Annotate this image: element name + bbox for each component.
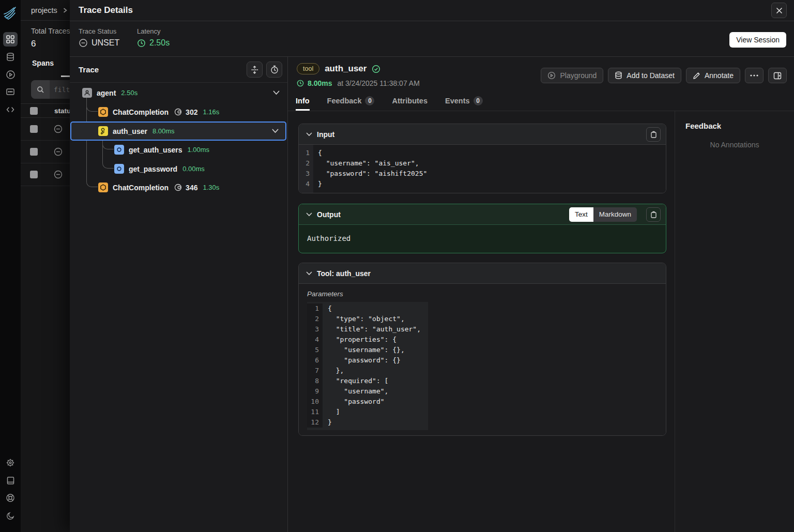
trace-tree-pane: Trace (70, 57, 288, 532)
status-bar: Trace Status UNSET Latency 2.50s View Se… (70, 21, 794, 57)
feedback-count-badge: 0 (365, 96, 374, 105)
rail-database-icon[interactable] (3, 50, 18, 64)
input-section-header: Input (299, 124, 666, 145)
rail-book-icon[interactable] (3, 473, 18, 488)
latency-group: Latency 2.50s (137, 27, 170, 48)
filter-input[interactable] (50, 86, 70, 94)
llm-icon (98, 183, 108, 192)
chain-icon (114, 164, 124, 174)
latency-label: Latency (137, 27, 170, 35)
toggle-text-option[interactable]: Text (569, 207, 593, 222)
tree-row-chatcompletion-2[interactable]: ChatCompletion 346 1.30s (70, 178, 286, 197)
input-section-title: Input (317, 130, 642, 139)
tab-spans[interactable]: Spans (32, 59, 54, 67)
select-all-checkbox[interactable] (30, 107, 38, 115)
tab-feedback[interactable]: Feedback0 (327, 96, 375, 111)
total-traces-value: 6 (31, 39, 36, 49)
input-section: Input 1{ 2 "username": "ais_user", 3 "pa… (298, 124, 666, 193)
span-latency: 8.00ms (152, 127, 175, 135)
span-name: ChatCompletion (113, 108, 169, 116)
copy-input-button[interactable] (646, 127, 661, 142)
token-count: 302 (174, 108, 197, 116)
play-circle-icon (547, 71, 556, 80)
row-checkbox[interactable] (30, 148, 38, 156)
tab-events[interactable]: Events0 (445, 96, 483, 111)
status-column-header: status (54, 107, 70, 115)
span-title: auth_user (325, 64, 367, 74)
tab-info[interactable]: Info (296, 96, 310, 111)
playground-button[interactable]: Playground (541, 68, 603, 83)
expand-vertical-icon (251, 66, 258, 74)
tree-row-chatcompletion-1[interactable]: ChatCompletion 302 1.16s (70, 102, 286, 121)
tokens-icon (174, 184, 183, 191)
expand-collapse-button[interactable] (247, 62, 263, 78)
span-latency: 8.00ms (308, 79, 332, 87)
chevron-down-icon[interactable] (273, 90, 280, 95)
annotate-button[interactable]: Annotate (686, 68, 740, 83)
span-header: tool auth_user 8.00ms at 3/24/2025 11:38… (288, 57, 794, 111)
span-timestamp: at 3/24/2025 11:38:07 AM (337, 79, 419, 87)
close-button[interactable] (771, 3, 787, 18)
tree-row-get-password[interactable]: get_password 0.00ms (70, 159, 286, 178)
events-count-badge: 0 (474, 96, 483, 105)
add-to-dataset-button[interactable]: Add to Dataset (608, 68, 681, 83)
table-row[interactable] (21, 141, 70, 163)
output-section-header: Output Text Markdown (299, 204, 666, 225)
span-meta: 8.00ms at 3/24/2025 11:38:07 AM (297, 79, 420, 87)
tree-row-auth-user-selected[interactable]: auth_user 8.00ms (70, 121, 286, 141)
table-row[interactable] (21, 163, 70, 186)
phoenix-logo[interactable] (3, 5, 18, 21)
clock-icon (297, 80, 304, 87)
view-session-button[interactable]: View Session (729, 32, 786, 48)
tab-underline (61, 75, 70, 77)
collapse-chevron-icon[interactable] (306, 271, 312, 276)
parameters-label: Parameters (307, 290, 658, 298)
toggle-markdown-option[interactable]: Markdown (593, 207, 637, 222)
span-kind-badge: tool (297, 63, 319, 74)
projects-page-strip: projects Total Traces 6 Spans status (21, 0, 70, 532)
modal-header: Trace Details (70, 0, 794, 21)
clock-icon (137, 39, 146, 48)
toggle-side-panel-button[interactable] (768, 68, 787, 83)
rail-code-icon[interactable] (3, 102, 18, 117)
row-checkbox[interactable] (30, 171, 38, 178)
breadcrumb-projects[interactable]: projects (31, 6, 57, 14)
tree-row-agent[interactable]: agent 2.50s (70, 83, 286, 102)
span-info-content: Input 1{ 2 "username": "ais_user", 3 "pa… (288, 111, 675, 532)
span-name: ChatCompletion (113, 184, 169, 192)
collapse-chevron-icon[interactable] (306, 132, 312, 136)
tool-section-title: Tool: auth_user (317, 269, 661, 278)
more-actions-button[interactable] (745, 68, 764, 83)
tree-row-get-auth-users[interactable]: get_auth_users 1.00ms (70, 140, 286, 159)
tab-attributes[interactable]: Attributes (392, 96, 427, 111)
spans-table-header: status (21, 103, 70, 118)
trace-status-value: UNSET (79, 38, 119, 48)
span-latency: 1.00ms (187, 146, 209, 154)
copy-output-button[interactable] (646, 207, 661, 222)
span-tabs: Info Feedback0 Attributes Events0 (296, 96, 483, 111)
search-icon (31, 80, 50, 99)
tokens-icon (174, 108, 183, 116)
span-name: auth_user (113, 127, 147, 135)
row-checkbox[interactable] (30, 125, 38, 133)
timing-button[interactable] (266, 62, 282, 78)
chevron-down-icon[interactable] (272, 129, 279, 133)
rail-lifebuoy-icon[interactable] (3, 491, 18, 505)
breadcrumb: projects (21, 0, 70, 21)
table-row[interactable] (21, 118, 70, 141)
rail-dashboard-grid-icon[interactable] (3, 32, 18, 47)
spans-filter[interactable] (31, 80, 70, 99)
span-name: get_password (129, 165, 177, 173)
agent-icon (82, 88, 92, 98)
rail-chat-icon[interactable] (3, 85, 18, 99)
span-latency: 0.00ms (182, 165, 205, 173)
feedback-panel-title: Feedback (685, 121, 784, 130)
collapse-chevron-icon[interactable] (306, 212, 312, 217)
tool-icon (98, 126, 108, 136)
rail-settings-gear-icon[interactable] (3, 455, 18, 470)
pencil-icon (693, 72, 700, 80)
output-section: Output Text Markdown Authorized (298, 204, 666, 253)
rail-play-circle-icon[interactable] (3, 67, 18, 82)
trace-tree-title: Trace (79, 65, 243, 74)
rail-moon-icon[interactable] (3, 508, 18, 523)
